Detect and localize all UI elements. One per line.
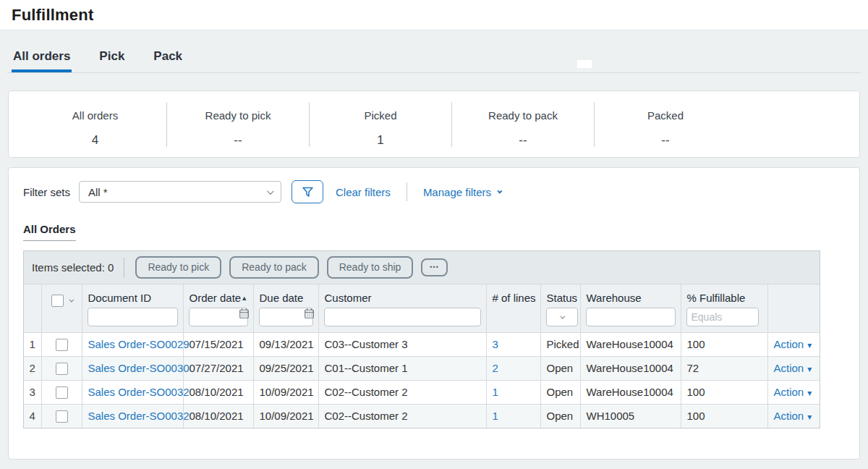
status-filter-select[interactable] bbox=[546, 308, 578, 326]
document-id-filter-input[interactable] bbox=[88, 308, 178, 326]
chevron-down-icon bbox=[267, 187, 274, 195]
more-actions-button[interactable]: ••• bbox=[421, 258, 447, 276]
table-header-row: Document ID Order date ▲ bbox=[24, 284, 820, 332]
select-all-checkbox[interactable] bbox=[51, 295, 64, 307]
filter-sets-label: Filter sets bbox=[23, 186, 70, 198]
stat-label: Ready to pick bbox=[167, 109, 309, 122]
num-lines-link[interactable]: 3 bbox=[493, 338, 498, 350]
section-heading: All Orders bbox=[23, 223, 76, 241]
select-all-header bbox=[41, 284, 82, 332]
order-date-cell: 07/15/2021 bbox=[183, 332, 253, 356]
num-lines-link[interactable]: 1 bbox=[493, 386, 498, 398]
document-id-link[interactable]: Sales Order-SO0029 bbox=[88, 338, 190, 350]
fulfillable-cell: 100 bbox=[681, 380, 767, 404]
stat-all-orders: All orders 4 bbox=[24, 102, 166, 147]
filter-sets-selected-value: All * bbox=[88, 186, 108, 198]
action-menu-link[interactable]: Action▾ bbox=[774, 362, 812, 374]
ready-to-ship-button[interactable]: Ready to ship bbox=[327, 256, 414, 279]
customer-filter-input[interactable] bbox=[324, 308, 481, 326]
orders-grid: Items selected: 0 Ready to pick Ready to… bbox=[23, 250, 820, 428]
stat-picked: Picked 1 bbox=[309, 102, 451, 147]
chevron-down-icon bbox=[560, 313, 565, 318]
column-status: Status bbox=[540, 284, 580, 332]
due-date-cell: 10/09/2021 bbox=[253, 404, 318, 428]
stat-label: All orders bbox=[24, 109, 166, 122]
fulfillable-cell: 100 bbox=[681, 404, 767, 428]
column-document-id: Document ID bbox=[82, 284, 183, 332]
fulfillable-filter-input[interactable] bbox=[686, 308, 759, 326]
tab-bar: All orders Pick Pack bbox=[7, 30, 861, 73]
caret-down-icon: ▾ bbox=[807, 340, 812, 350]
tab-all-orders[interactable]: All orders bbox=[12, 49, 72, 72]
action-menu-link[interactable]: Action▾ bbox=[774, 410, 812, 422]
stat-label: Packed bbox=[595, 109, 736, 122]
status-cell: Open bbox=[540, 356, 580, 380]
customer-cell: C03--Customer 3 bbox=[318, 332, 486, 356]
status-summary-bar: All orders 4 Ready to pick -- Picked 1 R… bbox=[8, 90, 860, 158]
stat-ready-to-pick: Ready to pick -- bbox=[166, 102, 309, 147]
column-warehouse: Warehouse bbox=[580, 284, 681, 332]
manage-filters-link[interactable]: Manage filters bbox=[423, 186, 501, 198]
ready-to-pick-button[interactable]: Ready to pick bbox=[135, 256, 221, 279]
divider bbox=[407, 182, 407, 201]
table-row: 3 Sales Order-SO0032 08/10/2021 10/09/20… bbox=[24, 380, 820, 404]
row-checkbox[interactable] bbox=[56, 339, 68, 351]
chevron-down-icon[interactable] bbox=[69, 297, 74, 303]
column-due-date[interactable]: Due date bbox=[253, 284, 318, 332]
status-cell: Open bbox=[540, 380, 580, 404]
orders-panel: Filter sets All * Clear filters Manage f… bbox=[8, 167, 860, 460]
filter-sets-select[interactable]: All * bbox=[79, 181, 281, 203]
stat-label: Picked bbox=[310, 109, 451, 122]
ready-to-pack-button[interactable]: Ready to pack bbox=[229, 256, 319, 279]
table-row: 1 Sales Order-SO0029 07/15/2021 09/13/20… bbox=[24, 332, 820, 356]
num-lines-link[interactable]: 1 bbox=[493, 410, 498, 422]
due-date-cell: 09/13/2021 bbox=[253, 332, 318, 356]
order-date-cell: 07/27/2021 bbox=[183, 356, 253, 380]
tab-pack[interactable]: Pack bbox=[152, 49, 184, 72]
row-checkbox[interactable] bbox=[56, 386, 68, 399]
table-body: 1 Sales Order-SO0029 07/15/2021 09/13/20… bbox=[24, 332, 820, 428]
warehouse-cell: WareHouse10004 bbox=[580, 332, 681, 356]
status-cell: Picked bbox=[540, 332, 580, 356]
filter-funnel-button[interactable] bbox=[292, 180, 323, 203]
warehouse-filter-input[interactable] bbox=[586, 308, 676, 326]
stat-value: -- bbox=[595, 133, 736, 148]
row-number: 2 bbox=[24, 356, 41, 380]
order-date-filter-input[interactable] bbox=[189, 308, 248, 326]
action-menu-link[interactable]: Action▾ bbox=[774, 386, 812, 398]
order-date-cell: 08/10/2021 bbox=[183, 380, 253, 404]
column-order-date[interactable]: Order date ▲ bbox=[183, 284, 253, 332]
filter-bar: Filter sets All * Clear filters Manage f… bbox=[23, 180, 845, 203]
customer-cell: C01--Customer 1 bbox=[318, 356, 486, 380]
orders-table: Document ID Order date ▲ bbox=[24, 284, 820, 428]
column-num-lines: # of lines bbox=[486, 284, 540, 332]
row-checkbox[interactable] bbox=[56, 410, 68, 423]
due-date-cell: 10/09/2021 bbox=[253, 380, 318, 404]
stat-label: Ready to pack bbox=[452, 109, 594, 122]
row-checkbox[interactable] bbox=[56, 363, 68, 375]
chevron-down-icon bbox=[497, 188, 502, 193]
document-id-link[interactable]: Sales Order-SO0032 bbox=[88, 410, 190, 422]
clear-filters-link[interactable]: Clear filters bbox=[336, 186, 391, 198]
items-selected-label: Items selected: 0 bbox=[32, 261, 114, 274]
document-id-link[interactable]: Sales Order-SO0032 bbox=[88, 386, 190, 398]
stat-value: 4 bbox=[24, 133, 166, 148]
customer-cell: C02--Customer 2 bbox=[318, 404, 486, 428]
num-lines-link[interactable]: 2 bbox=[493, 362, 498, 374]
tab-pick[interactable]: Pick bbox=[98, 49, 126, 72]
status-cell: Open bbox=[540, 404, 580, 428]
due-date-cell: 09/25/2021 bbox=[253, 356, 318, 380]
due-date-filter-input[interactable] bbox=[259, 308, 313, 326]
page-title: Fulfillment bbox=[12, 6, 856, 25]
funnel-icon bbox=[302, 186, 314, 198]
warehouse-cell: WareHouse10004 bbox=[580, 356, 681, 380]
grid-toolbar: Items selected: 0 Ready to pick Ready to… bbox=[24, 251, 820, 284]
stat-value: -- bbox=[452, 133, 594, 148]
document-id-link[interactable]: Sales Order-SO0030 bbox=[88, 362, 190, 374]
action-menu-link[interactable]: Action▾ bbox=[774, 338, 812, 350]
stat-value: 1 bbox=[310, 133, 451, 148]
sort-ascending-icon: ▲ bbox=[241, 295, 253, 302]
row-number-header bbox=[24, 284, 41, 332]
stat-packed: Packed -- bbox=[594, 102, 736, 147]
warehouse-cell: WH10005 bbox=[580, 404, 681, 428]
